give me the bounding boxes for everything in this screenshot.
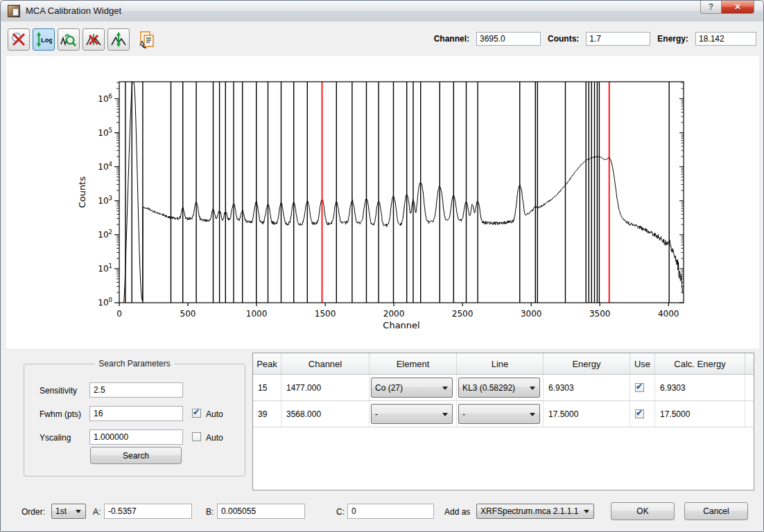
energy-readout-value[interactable]	[695, 32, 756, 46]
yscaling-auto-checkbox[interactable]	[192, 432, 201, 441]
counts-readout-value[interactable]	[586, 32, 650, 46]
channel-cell[interactable]: 1477.000	[281, 375, 370, 400]
header-use[interactable]: Use	[630, 353, 655, 374]
order-label: Order:	[21, 507, 45, 517]
peak-cell[interactable]: 15	[253, 375, 281, 400]
search-parameters-group: Search Parameters Sensitivity Fwhm (pts)…	[24, 364, 245, 477]
group-title: Search Parameters	[94, 359, 174, 369]
close-button[interactable]: ✕	[722, 1, 754, 14]
calc-energy-cell[interactable]: 17.5000	[655, 401, 745, 427]
add-as-label: Add as	[444, 507, 470, 517]
peak-search-button[interactable]	[58, 28, 80, 51]
coeff-c-input[interactable]	[347, 504, 434, 519]
app-icon	[8, 5, 20, 17]
fwhm-auto-label: Auto	[206, 409, 223, 419]
chevron-down-icon	[442, 413, 448, 416]
yscaling-input[interactable]	[89, 429, 183, 445]
use-checkbox[interactable]	[635, 409, 644, 418]
y-tick-label: 104	[98, 161, 112, 172]
energy-cell[interactable]: 17.5000	[544, 401, 630, 427]
coeff-a-input[interactable]	[104, 504, 192, 519]
row-filler	[745, 375, 754, 400]
search-button[interactable]: Search	[90, 447, 182, 464]
x-tick-label: 4000	[658, 309, 679, 319]
header-element[interactable]: Element	[370, 353, 457, 374]
coeff-b-input[interactable]	[217, 504, 305, 519]
channel-readout-label: Channel:	[434, 34, 469, 44]
calc-energy-cell[interactable]: 6.9303	[655, 375, 745, 400]
documents-copy-icon	[137, 39, 157, 51]
header-filler	[745, 353, 754, 374]
channel-readout-value[interactable]	[476, 32, 541, 46]
y-tick-label: 105	[98, 127, 112, 138]
order-dropdown-value: 1st	[55, 506, 67, 516]
log-scale-toggle[interactable]: Log	[33, 28, 55, 51]
peak-cell[interactable]: 39	[253, 401, 281, 427]
x-tick-label: 1500	[315, 309, 336, 319]
channel-cell[interactable]: 3568.000	[281, 401, 370, 427]
coeff-b-label: B:	[206, 507, 214, 517]
peak-table: Peak Channel Element Line Energy Use Cal…	[252, 353, 754, 490]
fwhm-auto-checkbox[interactable]	[192, 409, 201, 418]
ok-button[interactable]: OK	[611, 502, 675, 520]
element-dropdown-value: -	[375, 409, 378, 419]
order-dropdown[interactable]: 1st	[51, 504, 86, 519]
coeff-c-label: C:	[336, 507, 345, 517]
footer-bar: Order: 1st A: B: C: Add as XRFSpectrum.m…	[1, 490, 763, 531]
svg-text:Log: Log	[41, 36, 52, 44]
chevron-down-icon	[584, 510, 589, 513]
chevron-down-icon	[530, 413, 535, 416]
line-cell: -	[457, 401, 544, 427]
y-tick-label: 101	[98, 263, 112, 274]
header-calc-energy[interactable]: Calc. Energy	[655, 353, 745, 374]
counts-readout-label: Counts:	[548, 34, 579, 44]
chevron-down-icon	[76, 510, 81, 513]
title-bar[interactable]: MCA Calibration Widget ? ✕	[1, 1, 763, 22]
table-row: 39 3568.000 - - 17.5000 17.5000	[253, 401, 754, 427]
header-peak[interactable]: Peak	[253, 353, 281, 374]
element-dropdown-value: Co (27)	[375, 383, 403, 393]
toolbar: Log	[1, 21, 763, 56]
help-button[interactable]: ?	[700, 1, 722, 14]
row-filler	[745, 401, 754, 427]
window-title: MCA Calibration Widget	[26, 6, 121, 16]
peak-markers-button[interactable]	[107, 28, 130, 51]
add-as-dropdown[interactable]: XRFSpectrum.mca 2.1.1.1	[476, 504, 594, 519]
fwhm-label: Fwhm (pts)	[40, 409, 81, 419]
use-checkbox[interactable]	[635, 383, 644, 392]
cancel-button[interactable]: Cancel	[684, 502, 748, 520]
table-row: 15 1477.000 Co (27) KL3 (0.58292) 6.9303…	[253, 375, 754, 401]
sensitivity-input[interactable]	[89, 382, 183, 398]
spectrum-plot-canvas[interactable]: 0500100015002000250030003500400010010110…	[6, 56, 759, 348]
clear-peaks-button[interactable]	[83, 28, 105, 51]
chevron-down-icon	[442, 387, 448, 390]
line-cell: KL3 (0.58292)	[457, 375, 544, 400]
mca-calibration-dialog: MCA Calibration Widget ? ✕	[0, 0, 764, 532]
chevron-down-icon	[530, 387, 535, 390]
spectrum-curve	[124, 81, 683, 303]
element-cell: -	[370, 401, 457, 427]
line-dropdown[interactable]: KL3 (0.58292)	[458, 378, 540, 398]
energy-cell[interactable]: 6.9303	[544, 375, 630, 400]
header-energy[interactable]: Energy	[544, 353, 630, 374]
line-dropdown-value: -	[462, 409, 465, 419]
element-dropdown[interactable]: Co (27)	[371, 378, 453, 398]
y-tick-label: 106	[98, 93, 112, 104]
header-channel[interactable]: Channel	[281, 353, 370, 374]
copy-spectrum-button[interactable]	[137, 30, 157, 49]
x-tick-label: 3500	[589, 309, 611, 319]
y-tick-label: 100	[98, 296, 112, 308]
x-tick-label: 0	[116, 309, 122, 319]
zoom-reset-button[interactable]	[8, 28, 30, 51]
table-header-row: Peak Channel Element Line Energy Use Cal…	[253, 353, 754, 375]
x-tick-label: 1000	[246, 309, 268, 319]
x-tick-label: 3000	[521, 309, 542, 319]
fwhm-input[interactable]	[89, 406, 183, 421]
line-dropdown[interactable]: -	[458, 404, 540, 424]
coeff-a-label: A:	[93, 507, 101, 517]
element-dropdown[interactable]: -	[371, 404, 453, 424]
spectrum-svg[interactable]: 0500100015002000250030003500400010010110…	[6, 56, 759, 348]
yscaling-label: Yscaling	[40, 433, 71, 443]
header-line[interactable]: Line	[457, 353, 544, 374]
x-tick-label: 2000	[383, 309, 405, 319]
